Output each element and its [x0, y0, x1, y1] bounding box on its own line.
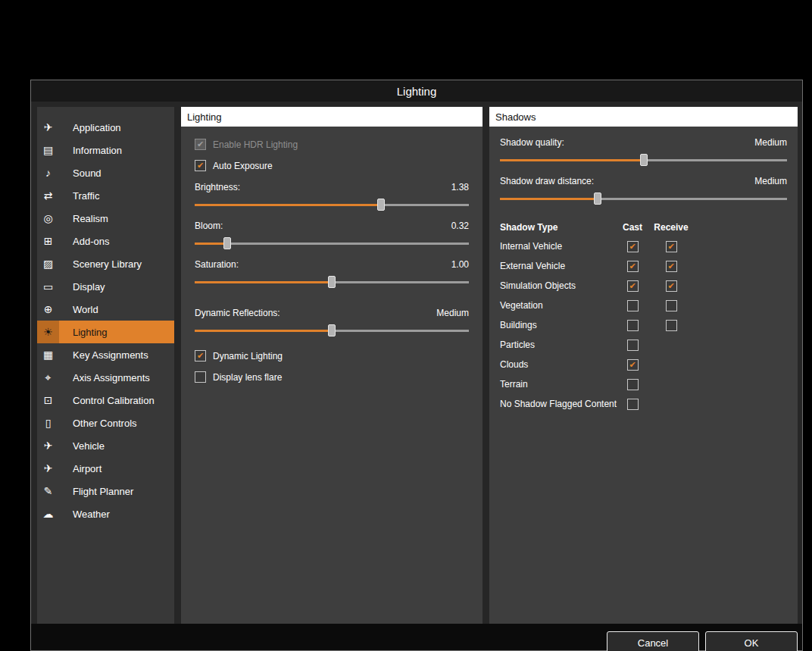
shadow-row-external-vehicle: External Vehicle: [500, 256, 787, 276]
settings-sidebar: ✈ Application ▤ Information ♪ Sound ⇄ Tr…: [37, 107, 174, 624]
enable-hdr-row: Enable HDR Lighting: [195, 139, 469, 150]
slider-thumb[interactable]: [377, 199, 385, 211]
cancel-button[interactable]: Cancel: [607, 631, 699, 651]
sidebar-item-airport[interactable]: ✈ Airport: [37, 457, 174, 480]
brightness-slider[interactable]: [195, 199, 469, 211]
lighting-icon: ☀: [43, 327, 53, 337]
cast-checkbox[interactable]: [627, 379, 639, 390]
receive-checkbox[interactable]: [666, 241, 677, 252]
vehicle-icon: ✈: [44, 440, 53, 451]
slider-fill: [195, 243, 227, 245]
shadow-row-simulation-objects: Simulation Objects: [500, 276, 787, 296]
lighting-panel-header: Lighting: [181, 107, 483, 127]
slider-track: [195, 243, 469, 245]
dialog-title: Lighting: [397, 85, 437, 98]
receive-checkbox[interactable]: [666, 280, 677, 292]
shadow-quality-label: Shadow quality:: [500, 137, 564, 148]
dynamic-lighting-checkbox[interactable]: [195, 350, 206, 361]
dialog-titlebar[interactable]: Lighting: [31, 80, 802, 102]
other-controls-icon: ▯: [45, 418, 52, 428]
bloom-slider[interactable]: [195, 237, 469, 249]
traffic-icon: ⇄: [44, 190, 53, 201]
slider-group-bloom: Bloom: 0.32: [195, 221, 469, 249]
sidebar-item-other-controls[interactable]: ▯ Other Controls: [37, 412, 174, 434]
sidebar-item-scenery-library[interactable]: ▨ Scenery Library: [37, 252, 174, 275]
cast-checkbox[interactable]: [627, 300, 639, 311]
key-assignments-icon: ▦: [43, 349, 53, 360]
slider-fill: [500, 198, 598, 200]
shadow-type-header: Shadow Type: [500, 222, 615, 233]
lighting-panel: Lighting Enable HDR Lighting Auto Exposu…: [181, 107, 483, 624]
sidebar-item-key-assignments[interactable]: ▦ Key Assignments: [37, 343, 174, 366]
auto-exposure-checkbox[interactable]: [195, 160, 206, 171]
dynamic-lighting-row: Dynamic Lighting: [195, 350, 469, 361]
slider-fill: [195, 281, 332, 283]
shadow-row-internal-vehicle: Internal Vehicle: [500, 236, 787, 256]
sidebar-item-sound[interactable]: ♪ Sound: [37, 161, 174, 184]
display-icon: ▭: [43, 281, 53, 292]
sidebar-item-axis-assignments[interactable]: ⌖ Axis Assignments: [37, 366, 174, 389]
dynamic-lighting-label: Dynamic Lighting: [213, 351, 283, 361]
slider-value: Medium: [754, 137, 787, 148]
slider-thumb[interactable]: [328, 276, 336, 288]
sidebar-item-control-calibration[interactable]: ⊡ Control Calibration: [37, 389, 174, 412]
add-ons-icon: ⊞: [44, 236, 53, 246]
cast-checkbox[interactable]: [627, 359, 639, 371]
shadows-panel-header: Shadows: [489, 107, 798, 127]
realism-icon: ◎: [43, 213, 52, 224]
slider-fill: [500, 159, 644, 161]
slider-thumb[interactable]: [223, 237, 231, 249]
sidebar-item-application[interactable]: ✈ Application: [37, 116, 174, 139]
slider-thumb[interactable]: [328, 324, 336, 336]
sidebar-item-traffic[interactable]: ⇄ Traffic: [37, 184, 174, 207]
receive-checkbox[interactable]: [666, 261, 677, 272]
airport-icon: ✈: [44, 463, 53, 474]
sidebar-item-display[interactable]: ▭ Display: [37, 275, 174, 298]
shadow-draw-distance-label: Shadow draw distance:: [500, 176, 594, 186]
bloom-label: Bloom:: [195, 221, 223, 231]
slider-thumb[interactable]: [594, 192, 601, 205]
shadow-quality-slider[interactable]: [500, 154, 787, 166]
sidebar-item-world[interactable]: ⊕ World: [37, 298, 174, 321]
sidebar-item-lighting[interactable]: ☀ Lighting: [37, 321, 174, 343]
saturation-slider[interactable]: [195, 276, 469, 288]
receive-checkbox[interactable]: [666, 300, 677, 311]
ok-button[interactable]: OK: [705, 631, 798, 651]
slider-group-shadow-draw-distance: Shadow draw distance: Medium: [500, 176, 787, 205]
sidebar-item-vehicle[interactable]: ✈ Vehicle: [37, 434, 174, 457]
lighting-panel-title: Lighting: [187, 111, 222, 123]
cast-checkbox[interactable]: [627, 280, 639, 292]
shadow-draw-distance-slider[interactable]: [500, 192, 787, 205]
lighting-sliders: Brightness: 1.38 Bloom: 0.32 Saturation:…: [195, 182, 469, 336]
cast-checkbox[interactable]: [627, 399, 639, 410]
sidebar-list: ✈ Application ▤ Information ♪ Sound ⇄ Tr…: [37, 116, 174, 525]
lens-flare-checkbox[interactable]: [195, 371, 206, 383]
cast-checkbox[interactable]: [627, 241, 639, 252]
slider-fill: [195, 204, 381, 206]
slider-value: Medium: [436, 308, 469, 318]
cast-checkbox[interactable]: [627, 340, 639, 351]
sidebar-item-weather[interactable]: ☁ Weather: [37, 502, 174, 525]
sound-icon: ♪: [45, 167, 51, 178]
shadows-panel: Shadows Shadow quality: Medium Shadow dr…: [489, 107, 798, 624]
weather-icon: ☁: [43, 509, 54, 519]
shadow-row-buildings: Buildings: [500, 315, 787, 335]
sidebar-item-information[interactable]: ▤ Information: [37, 139, 174, 161]
shadows-panel-body: Shadow quality: Medium Shadow draw dista…: [489, 137, 798, 414]
brightness-label: Brightness:: [195, 182, 240, 192]
auto-exposure-row: Auto Exposure: [195, 160, 469, 171]
enable-hdr-label: Enable HDR Lighting: [213, 139, 298, 150]
sidebar-item-realism[interactable]: ◎ Realism: [37, 207, 174, 230]
cast-checkbox[interactable]: [627, 261, 639, 272]
sidebar-item-add-ons[interactable]: ⊞ Add-ons: [37, 230, 174, 252]
shadow-table: Shadow Type Cast Receive Internal Vehicl…: [500, 218, 787, 414]
shadows-sliders: Shadow quality: Medium Shadow draw dista…: [500, 137, 787, 205]
cast-checkbox[interactable]: [627, 320, 639, 331]
slider-group-shadow-quality: Shadow quality: Medium: [500, 137, 787, 166]
slider-thumb[interactable]: [640, 154, 648, 166]
slider-group-brightness: Brightness: 1.38: [195, 182, 469, 211]
lens-flare-label: Display lens flare: [213, 372, 282, 383]
receive-checkbox[interactable]: [666, 320, 677, 331]
dynamic-reflections-slider[interactable]: [195, 324, 469, 336]
sidebar-item-flight-planner[interactable]: ✎ Flight Planner: [37, 480, 174, 502]
